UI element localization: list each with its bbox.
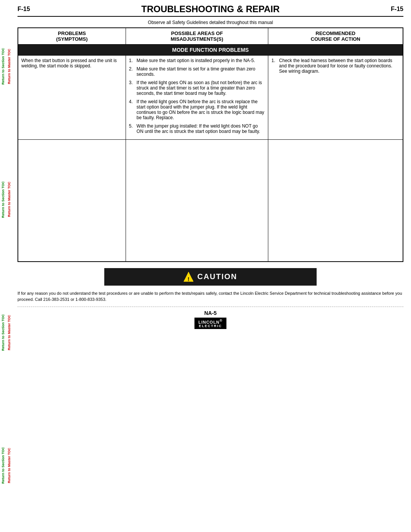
green-tab-2[interactable]: Return to Section TOC (0, 133, 6, 266)
possible-item-5: 5. With the jumper plug installed: If th… (129, 123, 265, 134)
possible-item-4: 4. If the weld light goes ON before the … (129, 99, 265, 120)
model-name: NA-5 (18, 310, 403, 316)
section-header-row: MODE FUNCTION PROBLEMS (18, 45, 403, 56)
caution-section: ! CAUTION (18, 268, 403, 286)
possible-text-4: If the weld light goes ON before the arc… (137, 99, 265, 120)
caution-box: ! CAUTION (104, 268, 317, 286)
troubleshooting-table: PROBLEMS (SYMPTOMS) POSSIBLE AREAS OF MI… (18, 27, 403, 262)
possible-cell: 1. Make sure the start option is install… (126, 56, 268, 140)
col-header-recommended: RECOMMENDED COURSE OF ACTION (268, 28, 403, 45)
side-tabs: Return to Section TOC Return to Section … (0, 0, 12, 532)
red-tab-3[interactable]: Return to Master TOC (6, 266, 12, 399)
problem-text: When the start button is pressed and the… (21, 58, 117, 69)
green-tab-4[interactable]: Return to Section TOC (0, 399, 6, 532)
master-toc-link-2[interactable]: Return to Master TOC (6, 180, 12, 219)
recommended-item-1: 1. Check the lead harness between the st… (271, 58, 400, 74)
lincoln-electric-badge: LINCOLN® ELECTRIC (194, 318, 226, 329)
page-header: F-15 TROUBLESHOOTING & REPAIR F-15 (18, 4, 403, 17)
red-tab-2[interactable]: Return to Master TOC (6, 133, 12, 266)
page-title: TROUBLESHOOTING & REPAIR (30, 4, 391, 14)
section-title: MODE FUNCTION PROBLEMS (18, 45, 403, 56)
main-content: F-15 TROUBLESHOOTING & REPAIR F-15 Obser… (14, 0, 411, 337)
section-toc-link-3[interactable]: Return to Section TOC (0, 313, 6, 352)
section-toc-link-2[interactable]: Return to Section TOC (0, 180, 6, 219)
red-tab-4[interactable]: Return to Master TOC (6, 399, 12, 532)
green-tab-column: Return to Section TOC Return to Section … (0, 0, 6, 532)
possible-text-3: If the weld light goes ON as soon as (bu… (137, 80, 265, 96)
section-toc-link-4[interactable]: Return to Section TOC (0, 446, 6, 485)
recommended-cell: 1. Check the lead harness between the st… (268, 56, 403, 140)
recommended-text-1: Check the lead harness between the start… (279, 58, 400, 74)
section-toc-link-1[interactable]: Return to Section TOC (0, 46, 6, 86)
footer-divider (18, 307, 403, 307)
table-row-empty-1 (18, 140, 403, 262)
table-row: When the start button is pressed and the… (18, 56, 403, 140)
safety-note: Observe all Safety Guidelines detailed t… (18, 20, 403, 25)
possible-text-5: With the jumper plug installed: If the w… (137, 123, 265, 134)
possible-text-2: Make sure the start timer is set for a t… (137, 66, 265, 77)
master-toc-link-3[interactable]: Return to Master TOC (6, 313, 12, 352)
caution-label: CAUTION (197, 272, 237, 281)
page-number-right: F-15 (391, 6, 403, 13)
footer-logo-section: NA-5 LINCOLN® ELECTRIC (18, 310, 403, 329)
electric-label: ELECTRIC (198, 324, 223, 328)
empty-cell-3 (268, 140, 403, 262)
col-header-possible: POSSIBLE AREAS OF MISADJUSTMENTS(S) (126, 28, 268, 45)
caution-triangle-icon: ! (183, 272, 193, 282)
empty-cell-2 (126, 140, 268, 262)
footer-note: If for any reason you do not understand … (18, 290, 403, 303)
master-toc-link-4[interactable]: Return to Master TOC (6, 446, 12, 485)
possible-item-2: 2. Make sure the start timer is set for … (129, 66, 265, 77)
col-header-problems: PROBLEMS (SYMPTOMS) (18, 28, 126, 45)
red-tab-column: Return to Master TOC Return to Master TO… (6, 0, 12, 532)
possible-item-3: 3. If the weld light goes ON as soon as … (129, 80, 265, 96)
table-header-row: PROBLEMS (SYMPTOMS) POSSIBLE AREAS OF MI… (18, 28, 403, 45)
possible-item-1: 1. Make sure the start option is install… (129, 58, 265, 63)
lincoln-brand: LINCOLN® (198, 319, 223, 324)
empty-cell-1 (18, 140, 126, 262)
master-toc-link-1[interactable]: Return to Master TOC (6, 47, 12, 86)
page-number-left: F-15 (18, 6, 30, 13)
red-tab-1[interactable]: Return to Master TOC (6, 0, 12, 133)
green-tab-3[interactable]: Return to Section TOC (0, 266, 6, 399)
problem-cell: When the start button is pressed and the… (18, 56, 126, 140)
green-tab-1[interactable]: Return to Section TOC (0, 0, 6, 133)
possible-text-1: Make sure the start option is installed … (137, 58, 255, 63)
